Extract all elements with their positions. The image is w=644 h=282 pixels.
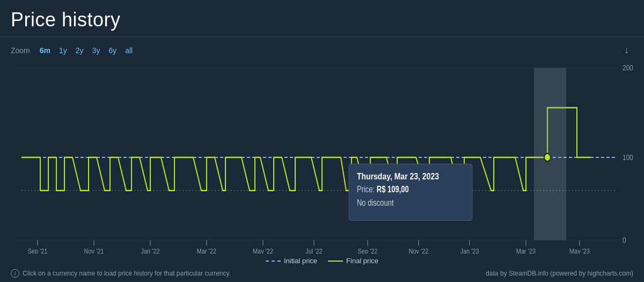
chart-area: 200 100 0 Se bbox=[11, 61, 633, 254]
svg-text:Jan '23: Jan '23 bbox=[460, 247, 479, 254]
zoom-1y[interactable]: 1y bbox=[56, 45, 70, 56]
svg-text:Sep '21: Sep '21 bbox=[28, 247, 48, 254]
zoom-6y[interactable]: 6y bbox=[105, 45, 120, 56]
info-icon: i bbox=[11, 269, 19, 278]
legend-final-price: Final price bbox=[328, 257, 378, 265]
footer-info: i Click on a currency name to load price… bbox=[11, 269, 231, 278]
svg-text:Sep '22: Sep '22 bbox=[358, 247, 378, 254]
svg-text:Thursday, Mar 23, 2023: Thursday, Mar 23, 2023 bbox=[357, 171, 439, 181]
svg-text:Jan '22: Jan '22 bbox=[141, 247, 159, 254]
download-button[interactable]: ↓ bbox=[620, 42, 633, 58]
zoom-2y[interactable]: 2y bbox=[72, 45, 87, 56]
svg-text:Price: R$ 109,00: Price: R$ 109,00 bbox=[357, 185, 409, 194]
svg-text:Mar '22: Mar '22 bbox=[197, 247, 216, 254]
price-history-container: Price history Zoom 6m 1y 2y 3y 6y all ↓ … bbox=[0, 0, 644, 282]
zoom-6m[interactable]: 6m bbox=[36, 45, 54, 56]
svg-text:0: 0 bbox=[623, 236, 626, 244]
title-bar: Price history bbox=[0, 0, 644, 37]
controls-row: Zoom 6m 1y 2y 3y 6y all ↓ bbox=[0, 37, 644, 61]
initial-price-line-icon bbox=[266, 261, 281, 262]
page-title: Price history bbox=[11, 9, 633, 31]
svg-text:Jul '22: Jul '22 bbox=[305, 247, 323, 254]
chart-legend: Initial price Final price bbox=[0, 254, 644, 267]
svg-text:Mar '23: Mar '23 bbox=[516, 247, 536, 254]
final-price-label: Final price bbox=[346, 257, 378, 265]
svg-point-36 bbox=[544, 154, 551, 162]
final-price-line-icon bbox=[328, 261, 343, 262]
svg-rect-31 bbox=[534, 68, 566, 240]
svg-text:200: 200 bbox=[623, 63, 633, 72]
svg-text:May '23: May '23 bbox=[569, 247, 590, 254]
zoom-3y[interactable]: 3y bbox=[89, 45, 104, 56]
footer-info-text: Click on a currency name to load price h… bbox=[23, 270, 231, 277]
footer-row: i Click on a currency name to load price… bbox=[0, 267, 644, 282]
legend-initial-price: Initial price bbox=[266, 257, 317, 265]
svg-text:Nov '21: Nov '21 bbox=[84, 247, 104, 254]
svg-text:100: 100 bbox=[623, 153, 633, 162]
price-chart: 200 100 0 Se bbox=[11, 61, 633, 254]
svg-text:May '22: May '22 bbox=[253, 247, 273, 254]
zoom-controls: Zoom 6m 1y 2y 3y 6y all bbox=[11, 45, 136, 56]
svg-text:Nov '22: Nov '22 bbox=[409, 247, 429, 254]
attribution-text: data by SteamDB.info (powered by highcha… bbox=[486, 270, 633, 277]
zoom-all[interactable]: all bbox=[122, 45, 136, 56]
zoom-label: Zoom bbox=[11, 46, 30, 55]
initial-price-label: Initial price bbox=[284, 257, 317, 265]
svg-text:No discount: No discount bbox=[357, 198, 394, 208]
